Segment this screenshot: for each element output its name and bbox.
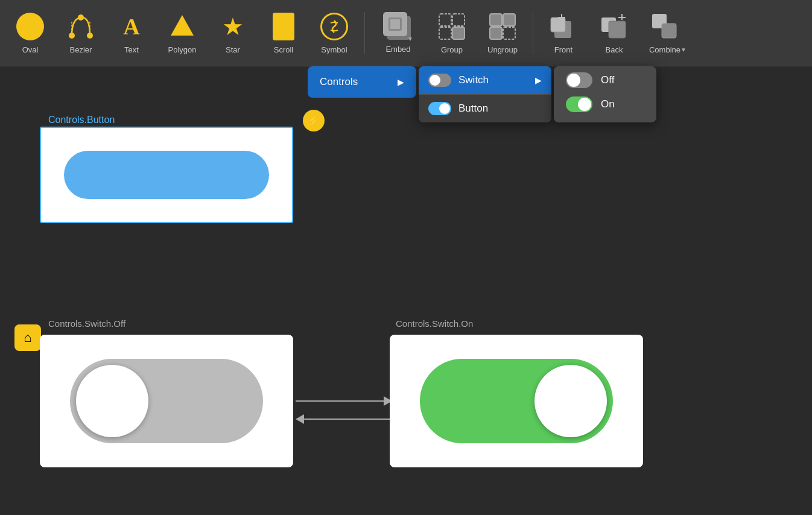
star-icon: ★ bbox=[218, 11, 248, 42]
svg-rect-8 bbox=[439, 27, 451, 39]
switch-on-toggle bbox=[420, 359, 613, 443]
tool-bezier[interactable]: Bezier bbox=[57, 6, 105, 60]
controls-arrow-icon: ▶ bbox=[398, 77, 404, 87]
tool-embed[interactable]: ▼ Embed bbox=[371, 6, 425, 60]
text-label: Text bbox=[124, 45, 139, 54]
button-toggle-icon bbox=[428, 102, 451, 115]
button-menu-label: Button bbox=[458, 103, 542, 115]
toolbar-divider-2 bbox=[533, 12, 533, 54]
tool-oval[interactable]: Oval bbox=[6, 6, 54, 60]
front-icon bbox=[548, 11, 579, 42]
front-label: Front bbox=[554, 45, 573, 54]
svg-rect-13 bbox=[503, 27, 515, 39]
scroll-icon bbox=[268, 11, 299, 42]
symbol-icon bbox=[319, 11, 349, 42]
tool-back[interactable]: Back bbox=[590, 6, 638, 60]
embed-label: Embed bbox=[385, 45, 410, 54]
home-icon: ⌂ bbox=[24, 330, 31, 346]
switch-menu-item[interactable]: Switch ▶ bbox=[419, 66, 551, 94]
off-label: Off bbox=[601, 74, 614, 86]
canvas: Controls ▶ Switch ▶ Button Off bbox=[0, 66, 812, 515]
svg-rect-12 bbox=[490, 27, 502, 39]
switch-off-frame[interactable] bbox=[40, 335, 293, 467]
combine-icon bbox=[650, 11, 680, 42]
controls-menu[interactable]: Controls ▶ bbox=[308, 66, 416, 98]
tool-ungroup[interactable]: Ungroup bbox=[478, 6, 527, 60]
svg-rect-9 bbox=[452, 27, 465, 39]
oval-icon bbox=[15, 11, 45, 42]
embed-icon: ▼ bbox=[383, 12, 413, 42]
switch-menu-label: Switch bbox=[458, 74, 528, 86]
ungroup-icon bbox=[487, 11, 518, 42]
tool-symbol[interactable]: Symbol bbox=[310, 6, 358, 60]
symbol-label: Symbol bbox=[321, 45, 347, 54]
arrow-left bbox=[296, 413, 392, 425]
arrow-right bbox=[296, 395, 392, 407]
toggle-on-icon[interactable] bbox=[566, 96, 592, 112]
text-icon: A bbox=[116, 11, 147, 42]
switch-on-frame[interactable] bbox=[390, 335, 643, 467]
svg-rect-23 bbox=[662, 24, 676, 38]
arrows-container bbox=[296, 386, 404, 434]
group-icon bbox=[437, 11, 467, 42]
switch-on-title: Controls.Switch.On bbox=[396, 318, 473, 329]
svg-marker-5 bbox=[171, 15, 194, 36]
switch-off-title: Controls.Switch.Off bbox=[48, 318, 125, 329]
switch-on-knob bbox=[534, 365, 607, 437]
arrow-right-line bbox=[296, 400, 384, 402]
back-icon bbox=[599, 11, 629, 42]
toggle-off-icon[interactable] bbox=[566, 72, 592, 88]
switch-toggle-icon bbox=[428, 74, 451, 87]
on-label: On bbox=[601, 98, 615, 110]
switch-button-panel: Switch ▶ Button bbox=[419, 66, 551, 122]
controls-menu-label: Controls bbox=[320, 76, 358, 88]
on-row: On bbox=[566, 96, 644, 112]
tool-text[interactable]: A Text bbox=[107, 6, 156, 60]
off-row: Off bbox=[566, 72, 644, 88]
tool-polygon[interactable]: Polygon bbox=[158, 6, 206, 60]
switch-off-knob bbox=[76, 365, 148, 437]
toolbar: Oval Bezier A Text Polygon bbox=[0, 0, 812, 66]
tool-combine[interactable]: ▼ Combine bbox=[641, 6, 689, 60]
dropdown-menu: Controls ▶ Switch ▶ Button Off bbox=[308, 66, 656, 122]
back-label: Back bbox=[606, 45, 623, 54]
bezier-icon bbox=[66, 11, 96, 42]
ungroup-label: Ungroup bbox=[487, 45, 518, 54]
tool-star[interactable]: ★ Star bbox=[209, 6, 257, 60]
button-menu-item[interactable]: Button bbox=[419, 94, 551, 122]
svg-rect-11 bbox=[503, 14, 515, 26]
controls-button-title: Controls.Button bbox=[48, 115, 115, 125]
svg-rect-7 bbox=[452, 14, 465, 26]
svg-rect-15 bbox=[551, 17, 565, 32]
home-badge[interactable]: ⌂ bbox=[14, 324, 41, 351]
tool-scroll[interactable]: Scroll bbox=[259, 6, 308, 60]
polygon-label: Polygon bbox=[168, 45, 197, 54]
off-on-panel: Off On bbox=[554, 66, 656, 122]
svg-rect-19 bbox=[609, 21, 626, 38]
tool-front[interactable]: Front bbox=[539, 6, 588, 60]
polygon-icon bbox=[167, 11, 197, 42]
switch-sub-arrow-icon: ▶ bbox=[535, 75, 542, 85]
tool-group[interactable]: Group bbox=[428, 6, 476, 60]
star-label: Star bbox=[226, 45, 240, 54]
toolbar-divider-1 bbox=[364, 12, 365, 54]
svg-rect-10 bbox=[490, 14, 502, 26]
switch-off-toggle bbox=[70, 359, 263, 443]
bezier-label: Bezier bbox=[70, 45, 92, 54]
arrow-left-head bbox=[296, 414, 304, 424]
button-component-frame[interactable] bbox=[40, 127, 293, 223]
arrow-left-line bbox=[304, 419, 392, 420]
button-component-inner bbox=[64, 151, 269, 199]
scroll-label: Scroll bbox=[274, 45, 294, 54]
group-label: Group bbox=[441, 45, 463, 54]
combine-label: Combine bbox=[649, 45, 680, 54]
svg-rect-6 bbox=[439, 14, 451, 26]
oval-label: Oval bbox=[22, 45, 39, 54]
